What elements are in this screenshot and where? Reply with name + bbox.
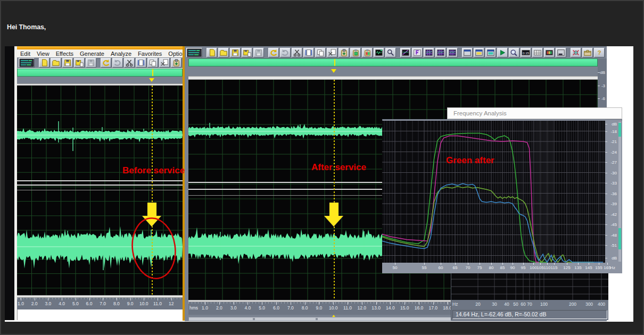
scripts-button[interactable] (582, 48, 593, 57)
toolbar-separator (35, 58, 38, 68)
ruler-tick (376, 302, 377, 305)
selection-strip[interactable] (17, 77, 183, 83)
ruler-tick (419, 302, 419, 305)
ruler-tick-label: 8.0 (302, 305, 308, 311)
frequency-plot[interactable] (382, 121, 605, 263)
frequency-tick-label: 85 (500, 265, 505, 270)
paste-button[interactable] (171, 58, 181, 68)
ruler-tick (62, 298, 62, 300)
spectral-colors-button[interactable] (544, 48, 555, 57)
frequency-tick (578, 263, 579, 265)
undo-button[interactable] (268, 48, 279, 57)
horizontal-scrollbar[interactable] (188, 317, 451, 321)
find-tool-button[interactable] (385, 48, 396, 57)
playhead-marker-icon[interactable] (331, 69, 336, 73)
mix-paste-button[interactable] (362, 48, 373, 57)
time-window-button[interactable] (521, 48, 531, 57)
cut-button[interactable] (124, 58, 135, 68)
db-ruler-tick (605, 183, 607, 183)
frequency-tick (540, 263, 541, 265)
grid-toggle-button[interactable] (532, 48, 543, 57)
copy-to-new-button[interactable] (159, 58, 170, 68)
ruler-tick (234, 302, 234, 305)
ruler-tick-label: 14.0 (386, 305, 395, 311)
undo-button[interactable] (101, 58, 111, 68)
new-file-button[interactable] (39, 58, 49, 68)
help-button[interactable] (594, 48, 605, 57)
overview-bar[interactable] (17, 69, 183, 77)
db-ruler-tick (605, 162, 607, 163)
frequency-tick-label: 125 (563, 265, 570, 270)
ruler-tick (205, 302, 205, 305)
overview-bar[interactable] (188, 58, 598, 66)
window-title[interactable]: Frequency Analysis (447, 107, 622, 119)
save-as-button[interactable] (74, 58, 85, 68)
ruler-tick (276, 302, 277, 305)
cut-button[interactable] (292, 48, 302, 57)
ruler-tick (291, 302, 291, 305)
multitrack-view-button[interactable] (19, 58, 35, 68)
workspace-edit-button[interactable] (474, 48, 484, 57)
ruler-tick-label: 9.0 (127, 301, 134, 306)
frequency-tick-label: 200 (569, 302, 576, 307)
frequency-analysis-background-window: Hz203040506070100200300400 14.64 Hz, L=-… (451, 270, 608, 320)
playhead-line[interactable] (334, 80, 335, 300)
copy-to-new-button[interactable] (327, 48, 337, 57)
effects-wave-button[interactable] (400, 48, 411, 57)
copy-button[interactable] (147, 58, 158, 68)
fft-filter-button[interactable] (424, 48, 434, 57)
frequency-tick (589, 263, 589, 265)
play-button[interactable] (497, 48, 508, 57)
minimize-button[interactable] (556, 48, 566, 57)
menu-item-generate[interactable]: Generate (77, 51, 108, 57)
ruler-tick (103, 298, 103, 300)
toolbar-separator (458, 48, 461, 57)
menu-item-options[interactable]: Options (165, 51, 183, 57)
filter-effect-button[interactable] (412, 48, 423, 57)
frequency-tick (554, 263, 555, 265)
graphic-eq-button[interactable] (447, 48, 458, 57)
time-ruler[interactable]: 1.02.03.04.05.06.07.08.09.010.011.012 (17, 298, 183, 309)
channel-separator-line (17, 180, 183, 181)
save-file-button[interactable] (230, 48, 241, 57)
zoom-button[interactable] (509, 48, 519, 57)
quick-filter-button[interactable] (435, 48, 446, 57)
selection-strip[interactable] (188, 67, 598, 76)
open-file-button[interactable] (218, 48, 229, 57)
ruler-tick-label: 3.0 (45, 301, 51, 306)
menu-item-favorites[interactable]: Favorites (135, 51, 165, 57)
db-ruler-tick (605, 173, 607, 173)
save-as-button[interactable] (242, 48, 252, 57)
paste-button[interactable] (338, 48, 349, 57)
redo-button[interactable] (112, 58, 123, 68)
save-all-button[interactable] (253, 48, 264, 57)
ruler-tick-label: 9.0 (316, 305, 322, 311)
workspace-default-button[interactable] (462, 48, 473, 57)
annotation-green-after: Green after (446, 155, 494, 166)
main-toolbar (185, 46, 607, 58)
ruler-scroll-strip[interactable] (618, 122, 621, 262)
yellow-arrow-icon (324, 203, 344, 227)
ruler-tick-label: 13.0 (371, 305, 381, 311)
menu-item-edit[interactable]: Edit (17, 51, 34, 57)
channel-separator-line (17, 190, 183, 190)
open-file-button[interactable] (51, 58, 61, 68)
menu-item-effects[interactable]: Effects (53, 51, 77, 57)
insert-in-multitrack-button[interactable] (374, 48, 384, 57)
settings-button[interactable] (571, 48, 581, 57)
save-file-button[interactable] (62, 58, 73, 68)
copy-button[interactable] (315, 48, 326, 57)
menu-item-analyze[interactable]: Analyze (108, 51, 135, 57)
db-ruler-tick (605, 141, 607, 142)
new-file-button[interactable] (207, 48, 217, 57)
trim-button[interactable] (303, 48, 314, 57)
trim-button[interactable] (136, 58, 146, 68)
workspace-mix-button[interactable] (485, 48, 496, 57)
multitrack-view-button[interactable] (186, 48, 202, 57)
menu-item-view[interactable]: View (34, 51, 53, 57)
redo-button[interactable] (280, 48, 291, 57)
save-all-button[interactable] (86, 58, 96, 68)
playhead-marker-icon[interactable] (149, 78, 154, 82)
paste-to-new-button[interactable] (350, 48, 361, 57)
toolbar-separator (397, 48, 400, 57)
